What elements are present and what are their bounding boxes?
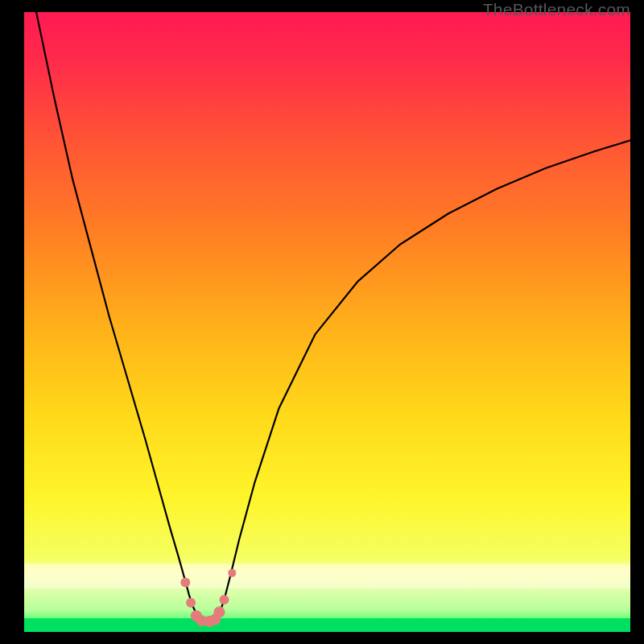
gradient-bg: [24, 12, 630, 632]
chart-frame: TheBottleneck.com: [0, 0, 644, 644]
valley-marker: [228, 569, 236, 577]
valley-marker: [213, 606, 225, 617]
chart-svg: [24, 12, 630, 632]
valley-marker: [186, 598, 196, 608]
yellow-band: [24, 564, 630, 588]
green-band: [24, 618, 630, 632]
plot-area: [24, 12, 630, 632]
valley-marker: [219, 595, 229, 605]
watermark-text: TheBottleneck.com: [483, 0, 630, 19]
valley-marker: [180, 577, 190, 587]
